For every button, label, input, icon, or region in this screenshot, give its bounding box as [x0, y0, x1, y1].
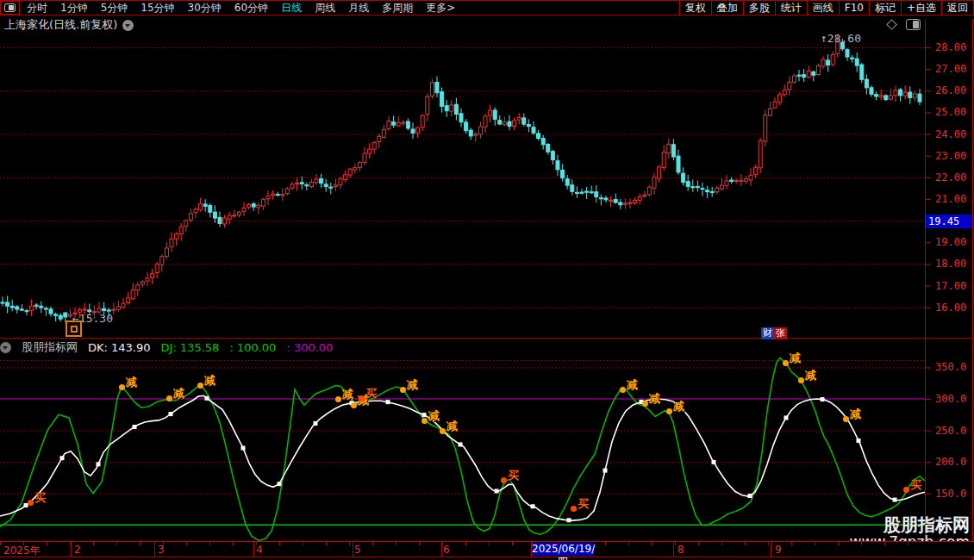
- selected-date-tag: 2025/06/19/四: [532, 543, 594, 556]
- indicator-axis-label: 200.0: [935, 456, 966, 468]
- reduce-label: 减: [428, 408, 440, 424]
- price-axis-label: 16.00: [935, 302, 966, 314]
- reduce-label: 减: [126, 375, 137, 390]
- watermark-site-name: 股朋指标网: [850, 515, 970, 534]
- action-menu: 复权叠加多股统计画线F10标记+自选返回: [680, 0, 974, 16]
- time-axis-label: 2: [74, 544, 81, 556]
- top-toolbar: 分时1分钟5分钟15分钟30分钟60分钟日线周线月线多周期更多> 复权叠加多股统…: [0, 0, 974, 16]
- indicator-axis-label: 300.0: [935, 393, 966, 405]
- indicator-collapse-icon[interactable]: [0, 342, 11, 353]
- period-item-周线[interactable]: 周线: [315, 1, 335, 16]
- reduce-dot-icon: [197, 383, 203, 389]
- reduce-dot-icon: [798, 377, 804, 383]
- buy-label: 买: [910, 477, 921, 493]
- action-item-叠加[interactable]: 叠加: [711, 0, 744, 16]
- price-axis-label: 22.00: [935, 171, 966, 184]
- action-item-统计[interactable]: 统计: [775, 0, 808, 16]
- dj-line: [0, 358, 925, 541]
- buy-dot-icon: [501, 477, 507, 483]
- price-axis-label: 27.00: [935, 63, 966, 75]
- reduce-dot-icon: [400, 387, 406, 393]
- time-axis-label: 9: [775, 544, 782, 556]
- action-item-复权[interactable]: 复权: [679, 0, 712, 16]
- chevron-down-icon[interactable]: [122, 20, 134, 31]
- period-item-日线[interactable]: 日线: [281, 1, 302, 16]
- indicator-axis-label: 250.0: [935, 425, 966, 437]
- up-arrow-icon: ↑: [821, 32, 827, 45]
- axis-border: [925, 19, 926, 557]
- current-price-tag: 19.45: [926, 215, 972, 228]
- title-bar: 上海家化(日线.前复权): [0, 16, 134, 34]
- reduce-label: 减: [673, 399, 684, 414]
- high-annotation: ↑28.60: [821, 32, 861, 45]
- buy-dot-icon: [903, 487, 909, 493]
- time-axis-separator: [441, 542, 442, 557]
- price-axis-label: 23.00: [935, 150, 966, 162]
- price-axis-label: 19.00: [935, 236, 966, 248]
- panel-separator: [0, 338, 974, 339]
- period-item-更多>[interactable]: 更多>: [426, 1, 455, 16]
- buy-label: 买: [578, 496, 589, 512]
- period-item-多周期[interactable]: 多周期: [382, 1, 413, 16]
- indicator-dk-value: DK: 143.90: [88, 341, 151, 354]
- reduce-label: 减: [204, 373, 215, 389]
- period-item-15分钟[interactable]: 15分钟: [140, 1, 174, 16]
- time-axis-label: 5: [354, 544, 361, 556]
- price-axis-label: 28.00: [935, 41, 966, 53]
- reduce-label: 减: [446, 419, 458, 434]
- candlestick-series: [1, 34, 921, 322]
- period-item-月线[interactable]: 月线: [348, 1, 369, 16]
- time-axis-separator: [154, 542, 155, 557]
- action-item-+自选[interactable]: +自选: [901, 0, 942, 16]
- reduce-label: 减: [790, 351, 801, 366]
- action-item-画线[interactable]: 画线: [807, 0, 840, 16]
- chart-canvas: [0, 0, 974, 560]
- return-marker-icon: [66, 320, 82, 337]
- reduce-label: 减: [627, 377, 638, 393]
- buy-dot-icon: [28, 500, 34, 506]
- dk-line: [0, 395, 925, 520]
- chart-title: 上海家化(日线.前复权): [4, 17, 117, 33]
- time-axis-label: 2025年: [3, 544, 41, 558]
- reduce-dot-icon: [843, 416, 849, 422]
- time-axis-separator: [353, 542, 353, 557]
- indicator-axis-label: 150.0: [935, 488, 966, 500]
- price-axis-label: 21.00: [935, 193, 966, 205]
- period-item-60分钟[interactable]: 60分钟: [234, 1, 268, 16]
- time-axis-label: 4: [256, 544, 263, 556]
- indicator-header: 股朋指标网 DK: 143.90 DJ: 135.58 : 100.00 : 3…: [0, 339, 333, 355]
- action-item-多股[interactable]: 多股: [743, 0, 776, 16]
- indicator-axis-label: 350.0: [935, 361, 966, 373]
- period-menu: 分时1分钟5分钟15分钟30分钟60分钟日线周线月线多周期更多>: [27, 1, 455, 16]
- period-item-分时[interactable]: 分时: [27, 1, 47, 16]
- panel-toggle-icon: [4, 3, 16, 12]
- time-axis-label: 8: [677, 544, 684, 556]
- price-axis-label: 17.00: [935, 280, 966, 292]
- action-item-标记[interactable]: 标记: [869, 0, 902, 16]
- reduce-label: 减: [850, 407, 861, 422]
- event-badge[interactable]: 财 张: [761, 327, 787, 339]
- period-item-5分钟[interactable]: 5分钟: [101, 1, 128, 16]
- reduce-dot-icon: [421, 418, 428, 424]
- title-icons: [888, 19, 921, 30]
- reduce-label: 减: [407, 377, 418, 393]
- time-axis-separator: [253, 542, 254, 557]
- reduce-dot-icon: [666, 408, 672, 414]
- action-item-返回[interactable]: 返回: [941, 0, 974, 16]
- main-gridlines: [0, 48, 925, 308]
- action-item-F10[interactable]: F10: [839, 0, 870, 16]
- period-item-30分钟[interactable]: 30分钟: [188, 1, 222, 16]
- time-axis-separator: [71, 542, 72, 557]
- split-view-icon[interactable]: [906, 19, 921, 30]
- diamond-icon[interactable]: [886, 19, 897, 30]
- dk-line-squares: [24, 396, 897, 522]
- period-item-1分钟[interactable]: 1分钟: [60, 1, 88, 16]
- time-axis: 2025年23456892025/06/19/四: [0, 541, 974, 557]
- panel-toggle-button[interactable]: [0, 1, 20, 15]
- time-axis-separator: [673, 542, 674, 557]
- reduce-dot-icon: [620, 387, 626, 393]
- indicator-ref-300: : 300.00: [286, 341, 333, 354]
- buy-label: 买: [34, 490, 46, 506]
- time-axis-label: 3: [158, 544, 165, 556]
- buy-label: 买: [508, 468, 519, 483]
